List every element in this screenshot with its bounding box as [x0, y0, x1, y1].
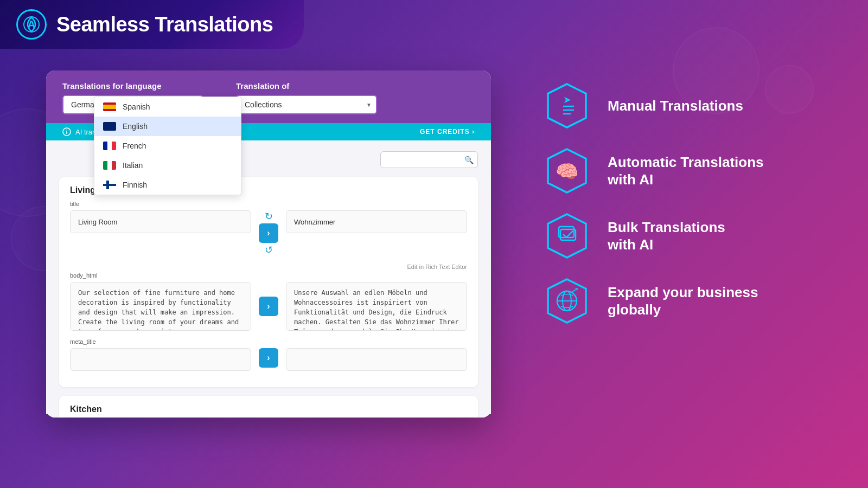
app-header: A Seamless Translations [0, 0, 304, 49]
dropdown-label-english: English [123, 122, 148, 131]
dropdown-item-spanish[interactable]: Spanish [94, 97, 241, 117]
manual-translations-label: Manual Translations [608, 97, 743, 115]
language-dropdown: Spanish English French Italian Finnish [94, 97, 241, 195]
title-translation-row: ↻ › ↺ [70, 210, 467, 256]
feature-manual: ➤ Manual Translations [542, 81, 835, 130]
living-room-title-translated[interactable] [286, 210, 467, 233]
translation-of-label: Translation of [236, 81, 377, 91]
search-input[interactable] [380, 151, 478, 168]
flag-english [103, 122, 116, 131]
dropdown-item-finnish[interactable]: Finnish [94, 175, 241, 195]
kitchen-title: Kitchen [70, 404, 467, 414]
translate-body-button[interactable]: › [259, 297, 278, 316]
meta-title-translation-row: › [70, 348, 467, 371]
translation-for-label: Translations for language [62, 81, 203, 91]
expand-label: Expand your business globally [608, 284, 758, 319]
meta-translate-wrapper: › [254, 348, 283, 368]
search-wrap: 🔍 [380, 151, 478, 168]
collection-select-wrapper: Collections [236, 95, 377, 114]
body-edit-link[interactable]: Edit in Rich Text Editor [70, 264, 467, 270]
feature-auto-ai: 🧠 Automatic Translations with AI [542, 146, 835, 195]
translate-meta-button[interactable]: › [259, 348, 278, 368]
collection-selector-section: Translation of Collections [236, 81, 377, 114]
living-room-body-translated[interactable]: Unsere Auswahl an edlen Möbeln und Wohna… [286, 282, 467, 331]
dropdown-label-italian: Italian [123, 161, 143, 170]
dropdown-item-french[interactable]: French [94, 136, 241, 156]
living-room-title-source[interactable] [70, 210, 251, 233]
flag-spanish [103, 102, 116, 111]
title-field-label: title [70, 201, 467, 207]
svg-text:i: i [66, 129, 68, 135]
kitchen-section: Kitchen title › Edit in Rich Text Editor… [59, 396, 478, 418]
manual-hex-icon: ➤ [542, 81, 591, 130]
feature-expand: Expand your business globally [542, 277, 835, 325]
sync-arrows-bottom-icon: ↺ [265, 244, 273, 256]
flag-finnish [103, 181, 116, 189]
features-panel: ➤ Manual Translations 🧠 Automatic Transl… [542, 70, 835, 325]
collection-select[interactable]: Collections [236, 95, 377, 114]
title-translate-wrapper: ↻ › ↺ [254, 210, 283, 256]
living-room-body-source[interactable]: Our selection of fine furniture and home… [70, 282, 251, 331]
bulk-ai-label: Bulk Translations with AI [608, 219, 725, 254]
translate-title-button[interactable]: › [259, 223, 278, 243]
svg-text:🧠: 🧠 [556, 160, 579, 183]
flag-french [103, 142, 116, 150]
dropdown-item-italian[interactable]: Italian [94, 156, 241, 175]
body-translate-wrapper: › [254, 297, 283, 316]
search-icon[interactable]: 🔍 [464, 156, 474, 164]
expand-hex-icon [542, 277, 591, 325]
living-room-meta-translated[interactable] [286, 348, 467, 371]
info-icon: i [62, 127, 71, 136]
svg-marker-11 [548, 214, 586, 258]
feature-bulk-ai: Bulk Translations with AI [542, 211, 835, 260]
auto-ai-hex-icon: 🧠 [542, 146, 591, 195]
bulk-ai-hex-icon [542, 211, 591, 260]
app-title: Seamless Translations [56, 13, 273, 36]
dropdown-label-french: French [123, 142, 146, 150]
dropdown-item-english[interactable]: English [94, 117, 241, 136]
auto-ai-label: Automatic Translations with AI [608, 153, 764, 189]
flag-italian [103, 161, 116, 170]
get-credits-button[interactable]: GET CREDITS › [420, 128, 475, 136]
meta-title-field-label: meta_title [70, 338, 467, 345]
body-translation-row: Our selection of fine furniture and home… [70, 282, 467, 331]
logo-icon: A [16, 9, 47, 40]
living-room-meta-source[interactable] [70, 348, 251, 371]
body-field-label: body_html [70, 272, 467, 279]
living-room-section: Living Room title ↻ › ↺ Edit in Rich Tex… [59, 177, 478, 387]
dropdown-label-finnish: Finnish [123, 181, 147, 189]
dropdown-label-spanish: Spanish [123, 102, 150, 111]
sync-arrows-top-icon: ↻ [265, 210, 273, 222]
svg-text:➤: ➤ [563, 94, 571, 105]
